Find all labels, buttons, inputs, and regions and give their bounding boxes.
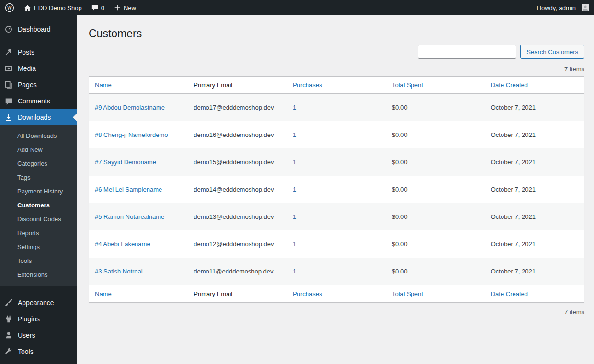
admin-bar-right: Howdy, admin	[532, 0, 594, 15]
user-icon	[4, 330, 13, 340]
submenu-item-discount-codes[interactable]: Discount Codes	[0, 212, 77, 226]
plugin-icon	[4, 314, 13, 324]
sidebar-item-users[interactable]: Users	[0, 327, 77, 343]
customer-total-spent: $0.00	[386, 203, 485, 230]
sidebar-item-downloads[interactable]: Downloads	[0, 109, 77, 125]
admin-menu: Dashboard Posts Media Pages Comments Dow…	[0, 15, 77, 364]
customer-purchases-link[interactable]: 1	[293, 159, 296, 166]
sidebar-item-label: Media	[18, 65, 36, 72]
submenu-item-add-new[interactable]: Add New	[0, 143, 77, 157]
wordpress-logo-menu[interactable]: W	[0, 0, 19, 15]
sidebar-item-label: Users	[18, 331, 35, 339]
sidebar-item-label: Tools	[18, 348, 34, 355]
customer-total-spent: $0.00	[386, 148, 485, 176]
comment-bubble-icon	[4, 96, 13, 106]
customer-email: demo13@edddemoshop.dev	[188, 203, 287, 230]
customer-purchases-link[interactable]: 1	[293, 186, 296, 193]
dashboard-gauge-icon	[4, 24, 13, 34]
sidebar-item-media[interactable]: Media	[0, 60, 77, 77]
table-body: #9 Abdou Demolastname demo17@edddemoshop…	[89, 94, 584, 285]
customer-purchases-link[interactable]: 1	[293, 131, 296, 138]
sidebar-item-dashboard[interactable]: Dashboard	[0, 21, 77, 37]
customer-email: demo12@edddemoshop.dev	[188, 230, 287, 258]
submenu-item-extensions[interactable]: Extensions	[0, 268, 77, 282]
customer-total-spent: $0.00	[386, 258, 485, 285]
admin-bar: W EDD Demo Shop 0 New Howdy, admin	[0, 0, 594, 15]
submenu-item-payment-history[interactable]: Payment History	[0, 184, 77, 198]
customer-total-spent: $0.00	[386, 94, 485, 122]
sidebar-item-label: Plugins	[18, 315, 40, 323]
howdy-text: Howdy, admin	[537, 4, 576, 11]
comments-count: 0	[101, 4, 104, 11]
customer-email: demo14@edddemoshop.dev	[188, 176, 287, 203]
customer-date-created: October 7, 2021	[485, 94, 584, 122]
sidebar-item-appearance[interactable]: Appearance	[0, 295, 77, 311]
table-row: #6 Mei Lei Samplename demo14@edddemoshop…	[89, 176, 584, 203]
site-name-menu[interactable]: EDD Demo Shop	[19, 0, 87, 15]
svg-text:W: W	[7, 5, 12, 11]
table-footer: Name Primary Email Purchases Total Spent…	[89, 285, 584, 303]
avatar	[582, 4, 589, 11]
sidebar-item-posts[interactable]: Posts	[0, 44, 77, 60]
sidebar-item-label: Appearance	[18, 299, 54, 307]
customer-name-link[interactable]: #5 Ramon Notarealname	[95, 213, 164, 220]
table-row: #4 Abebi Fakename demo12@edddemoshop.dev…	[89, 230, 584, 258]
search-customers-button[interactable]: Search Customers	[520, 45, 584, 59]
column-header-primary-email: Primary Email	[188, 77, 287, 94]
customer-email: demo16@edddemoshop.dev	[188, 121, 287, 148]
table-row: #5 Ramon Notarealname demo13@edddemoshop…	[89, 203, 584, 230]
sidebar-item-pages[interactable]: Pages	[0, 77, 77, 93]
customer-name-link[interactable]: #9 Abdou Demolastname	[95, 104, 165, 111]
customer-date-created: October 7, 2021	[485, 176, 584, 203]
column-footer-purchases[interactable]: Purchases	[293, 290, 322, 297]
table-row: #8 Cheng-ji Namefordemo demo16@edddemosh…	[89, 121, 584, 148]
sidebar-item-label: Posts	[18, 48, 34, 56]
sidebar-item-label: Comments	[18, 97, 50, 105]
customer-name-link[interactable]: #3 Satish Notreal	[95, 268, 143, 275]
column-header-date-created[interactable]: Date Created	[491, 81, 528, 89]
admin-bar-left: W EDD Demo Shop 0 New	[0, 0, 141, 15]
column-header-total-spent[interactable]: Total Spent	[392, 81, 423, 89]
sidebar-item-label: Pages	[18, 81, 37, 89]
customer-purchases-link[interactable]: 1	[293, 240, 296, 248]
customer-email: demo15@edddemoshop.dev	[188, 148, 287, 176]
submenu-item-tags[interactable]: Tags	[0, 171, 77, 184]
sidebar-item-plugins[interactable]: Plugins	[0, 311, 77, 327]
customer-name-link[interactable]: #4 Abebi Fakename	[95, 240, 150, 248]
site-name-label: EDD Demo Shop	[34, 4, 82, 11]
customer-purchases-link[interactable]: 1	[293, 213, 296, 220]
submenu-item-settings[interactable]: Settings	[0, 240, 77, 254]
customer-search-input[interactable]	[418, 45, 516, 59]
menu-separator	[0, 286, 77, 295]
wrench-icon	[4, 347, 13, 356]
customer-purchases-link[interactable]: 1	[293, 104, 296, 111]
submenu-item-customers[interactable]: Customers	[0, 198, 77, 212]
paintbrush-icon	[4, 298, 13, 307]
customer-purchases-link[interactable]: 1	[293, 268, 296, 275]
column-header-purchases[interactable]: Purchases	[293, 81, 322, 89]
customer-email: demo11@edddemoshop.dev	[188, 258, 287, 285]
column-header-name[interactable]: Name	[95, 81, 112, 89]
column-footer-total-spent[interactable]: Total Spent	[392, 290, 423, 297]
my-account-menu[interactable]: Howdy, admin	[532, 0, 594, 15]
new-content-menu[interactable]: New	[109, 0, 141, 15]
customer-name-link[interactable]: #7 Sayyid Demoname	[95, 159, 156, 166]
column-footer-name[interactable]: Name	[95, 290, 112, 297]
customer-name-link[interactable]: #8 Cheng-ji Namefordemo	[95, 131, 168, 138]
column-footer-primary-email: Primary Email	[188, 285, 287, 303]
submenu-item-reports[interactable]: Reports	[0, 226, 77, 240]
customer-name-link[interactable]: #6 Mei Lei Samplename	[95, 186, 162, 193]
submenu-item-categories[interactable]: Categories	[0, 157, 77, 171]
column-footer-date-created[interactable]: Date Created	[491, 290, 528, 297]
sidebar-item-label: Downloads	[18, 114, 51, 121]
table-header: Name Primary Email Purchases Total Spent…	[89, 77, 584, 94]
sidebar-item-comments[interactable]: Comments	[0, 93, 77, 109]
sidebar-item-settings[interactable]: Settings	[0, 360, 77, 364]
submenu-item-tools[interactable]: Tools	[0, 254, 77, 268]
media-camera-icon	[4, 64, 13, 73]
customer-total-spent: $0.00	[386, 230, 485, 258]
customer-total-spent: $0.00	[386, 176, 485, 203]
comments-menu[interactable]: 0	[87, 0, 109, 15]
sidebar-item-tools[interactable]: Tools	[0, 343, 77, 360]
submenu-item-all-downloads[interactable]: All Downloads	[0, 129, 77, 143]
